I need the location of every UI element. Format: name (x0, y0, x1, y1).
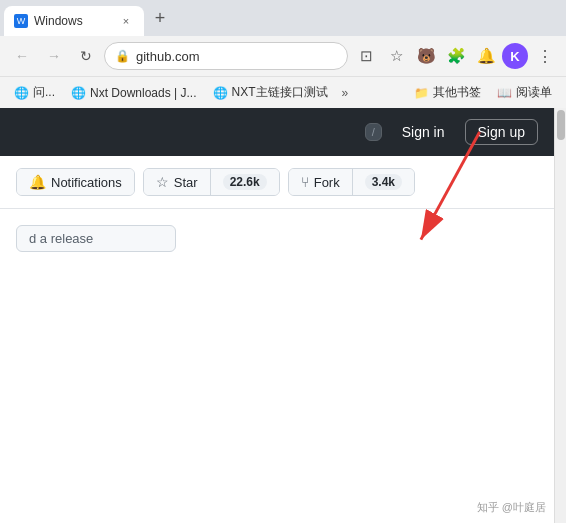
sign-up-button[interactable]: Sign up (465, 119, 538, 145)
release-placeholder: d a release (29, 231, 93, 246)
bell-icon: 🔔 (29, 174, 46, 190)
page-content: / Sign in Sign up 🔔 Notifications ☆ Star… (0, 108, 554, 523)
star-label: Star (174, 175, 198, 190)
address-text: github.com (136, 49, 337, 64)
bookmark-item-2[interactable]: 🌐 Nxt Downloads | J... (65, 83, 203, 103)
bookmark-item-3[interactable]: 🌐 NXT主链接口测试 (207, 81, 334, 104)
new-tab-button[interactable]: + (146, 4, 174, 32)
tab-close-button[interactable]: × (118, 13, 134, 29)
star-button[interactable]: ☆ Star (144, 169, 211, 195)
notifications-button[interactable]: 🔔 Notifications (17, 169, 134, 195)
back-button[interactable]: ← (8, 42, 36, 70)
bookmark-reader-label: 阅读单 (516, 84, 552, 101)
nav-bar: ← → ↻ 🔒 github.com ⊡ ☆ 🐻 🧩 🔔 K ⋮ (0, 36, 566, 76)
browser-menu-button[interactable]: ⋮ (530, 42, 558, 70)
content-area: d a release (0, 209, 554, 268)
bookmark-other[interactable]: 📁 其他书签 (408, 81, 487, 104)
bookmark-label-3: NXT主链接口测试 (232, 84, 328, 101)
keyboard-shortcut: / (365, 123, 382, 141)
bookmark-favicon-2: 🌐 (71, 86, 86, 100)
tab-favicon: W (14, 14, 28, 28)
star-icon: ☆ (156, 174, 169, 190)
zhihu-watermark: 知乎 @叶庭居 (477, 500, 546, 515)
browser-chrome: W Windows × + ← → ↻ 🔒 github.com ⊡ ☆ 🐻 🧩… (0, 0, 566, 108)
bookmark-favicon: 🌐 (14, 86, 29, 100)
more-bookmarks-button[interactable]: » (338, 83, 353, 103)
star-count: 22.6k (223, 174, 267, 190)
extensions-icon[interactable]: 🧩 (442, 42, 470, 70)
star-count-button[interactable]: 22.6k (211, 169, 279, 195)
vertical-scrollbar[interactable] (554, 108, 566, 523)
bookmark-label-2: Nxt Downloads | J... (90, 86, 197, 100)
bookmarks-bar: 🌐 问... 🌐 Nxt Downloads | J... 🌐 NXT主链接口测… (0, 76, 566, 108)
bookmark-star-icon[interactable]: ☆ (382, 42, 410, 70)
release-input-field[interactable]: d a release (16, 225, 176, 252)
notifications-group: 🔔 Notifications (16, 168, 135, 196)
forward-button[interactable]: → (40, 42, 68, 70)
bookmark-reader-icon: 📖 (497, 86, 512, 100)
github-header: / Sign in Sign up (0, 108, 554, 156)
star-group: ☆ Star 22.6k (143, 168, 280, 196)
toolbar-icons: ⊡ ☆ 🐻 🧩 🔔 K ⋮ (352, 42, 558, 70)
notifications-icon[interactable]: 🔔 (472, 42, 500, 70)
fork-count: 3.4k (365, 174, 402, 190)
repo-action-bar: 🔔 Notifications ☆ Star 22.6k ⑂ Fork 3.4k (0, 156, 554, 209)
active-tab[interactable]: W Windows × (4, 6, 144, 36)
bookmark-label: 问... (33, 84, 55, 101)
address-bar[interactable]: 🔒 github.com (104, 42, 348, 70)
bookmark-favicon-3: 🌐 (213, 86, 228, 100)
fork-group: ⑂ Fork 3.4k (288, 168, 415, 196)
scrollbar-thumb[interactable] (557, 110, 565, 140)
fork-button[interactable]: ⑂ Fork (289, 169, 353, 195)
shortcut-key: / (372, 126, 375, 138)
reload-button[interactable]: ↻ (72, 42, 100, 70)
sign-in-button[interactable]: Sign in (394, 120, 453, 144)
browser-ext-icon[interactable]: 🐻 (412, 42, 440, 70)
translate-icon[interactable]: ⊡ (352, 42, 380, 70)
bookmark-folder-icon: 📁 (414, 86, 429, 100)
tab-bar: W Windows × + (0, 0, 566, 36)
bookmark-other-label: 其他书签 (433, 84, 481, 101)
notifications-label: Notifications (51, 175, 122, 190)
fork-label: Fork (314, 175, 340, 190)
bookmark-reader[interactable]: 📖 阅读单 (491, 81, 558, 104)
profile-avatar[interactable]: K (502, 43, 528, 69)
fork-count-button[interactable]: 3.4k (353, 169, 414, 195)
bookmark-item-1[interactable]: 🌐 问... (8, 81, 61, 104)
watermark-text: 知乎 @叶庭居 (477, 500, 546, 515)
fork-icon: ⑂ (301, 174, 309, 190)
tab-title: Windows (34, 14, 83, 28)
lock-icon: 🔒 (115, 49, 130, 63)
